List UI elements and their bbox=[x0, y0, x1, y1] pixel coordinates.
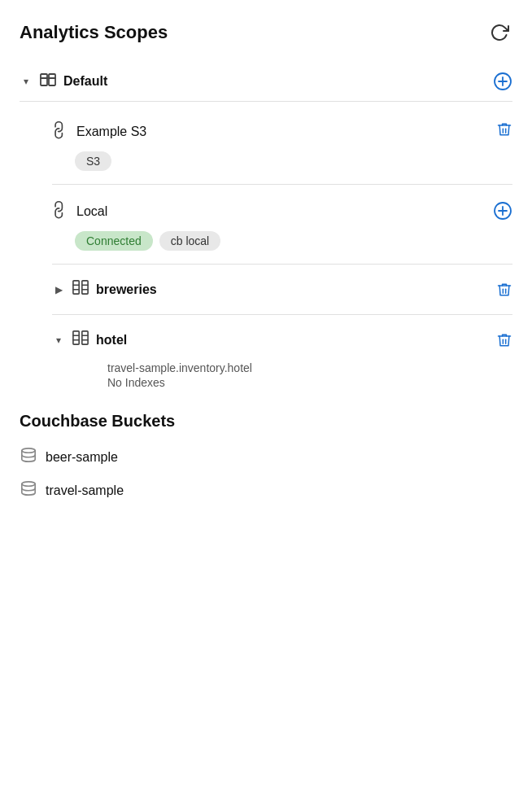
bucket-row-travel-sample: travel-sample bbox=[20, 474, 512, 507]
bucket-name-travel-sample: travel-sample bbox=[46, 483, 124, 498]
svg-rect-0 bbox=[41, 74, 47, 85]
cb-local-badge: cb local bbox=[159, 231, 220, 251]
local-add-button[interactable] bbox=[493, 201, 512, 221]
link-icon bbox=[47, 119, 73, 145]
hotel-collection-icon bbox=[72, 330, 89, 350]
s3-divider bbox=[52, 184, 512, 185]
scope-db-icon bbox=[39, 72, 57, 90]
refresh-button[interactable] bbox=[486, 20, 512, 46]
example-s3-badges: S3 bbox=[52, 148, 512, 181]
page-title: Analytics Scopes bbox=[20, 22, 168, 43]
example-s3-row: Example S3 bbox=[52, 108, 512, 148]
hotel-no-indexes: No Indexes bbox=[107, 376, 512, 389]
scope-label: Default bbox=[63, 74, 107, 89]
local-badges: Connected cb local bbox=[52, 228, 512, 260]
default-scope-section: ▾ Default bbox=[20, 65, 512, 102]
couchbase-buckets-section: Couchbase Buckets beer-sample travel-sam… bbox=[20, 412, 512, 507]
local-link-icon bbox=[47, 199, 73, 225]
buckets-title: Couchbase Buckets bbox=[20, 412, 512, 431]
breweries-chevron-icon[interactable]: ▶ bbox=[52, 284, 65, 295]
connected-badge: Connected bbox=[75, 231, 153, 251]
breweries-section: ▶ breweries bbox=[20, 268, 512, 315]
breweries-delete-button[interactable] bbox=[496, 282, 512, 298]
hotel-row: ▾ hotel bbox=[52, 318, 512, 361]
scope-chevron-icon[interactable]: ▾ bbox=[20, 76, 33, 87]
svg-rect-16 bbox=[73, 331, 79, 344]
breweries-collection-icon bbox=[72, 279, 89, 300]
breweries-left: ▶ breweries bbox=[52, 279, 157, 300]
scope-header-left: ▾ Default bbox=[20, 72, 107, 90]
hotel-path: travel-sample.inventory.hotel bbox=[107, 361, 512, 374]
local-section: Local Connected cb local bbox=[20, 188, 512, 265]
hotel-details: travel-sample.inventory.hotel No Indexes bbox=[52, 361, 512, 399]
scope-add-button[interactable] bbox=[493, 72, 512, 91]
hotel-name: hotel bbox=[96, 333, 127, 348]
svg-rect-11 bbox=[82, 281, 88, 294]
example-s3-name: Example S3 bbox=[76, 125, 146, 139]
local-datasource-left: Local bbox=[52, 201, 107, 221]
s3-badge: S3 bbox=[75, 151, 111, 171]
refresh-icon bbox=[490, 23, 509, 42]
scope-divider bbox=[20, 101, 512, 102]
local-name: Local bbox=[76, 204, 107, 219]
bucket-icon-beer bbox=[20, 447, 37, 467]
local-divider bbox=[52, 264, 512, 265]
hotel-left: ▾ hotel bbox=[52, 330, 127, 350]
example-s3-delete-button[interactable] bbox=[496, 121, 512, 138]
datasource-left: Example S3 bbox=[52, 121, 146, 142]
svg-rect-1 bbox=[49, 74, 55, 85]
analytics-scopes-panel: Analytics Scopes ▾ bbox=[0, 0, 532, 533]
breweries-name: breweries bbox=[96, 282, 157, 297]
svg-point-23 bbox=[22, 482, 35, 486]
bucket-icon-travel bbox=[20, 480, 37, 501]
page-header: Analytics Scopes bbox=[20, 20, 512, 46]
hotel-chevron-icon[interactable]: ▾ bbox=[52, 335, 65, 346]
hotel-delete-button[interactable] bbox=[496, 332, 512, 348]
breweries-divider bbox=[52, 314, 512, 315]
breweries-row: ▶ breweries bbox=[52, 268, 512, 311]
hotel-section: ▾ hotel bbox=[20, 318, 512, 399]
svg-rect-10 bbox=[73, 281, 79, 294]
bucket-row-beer-sample: beer-sample bbox=[20, 440, 512, 474]
bucket-name-beer-sample: beer-sample bbox=[46, 450, 118, 465]
svg-point-22 bbox=[22, 448, 35, 453]
scope-header-row: ▾ Default bbox=[20, 65, 512, 98]
local-row: Local bbox=[52, 188, 512, 228]
svg-rect-17 bbox=[82, 331, 88, 344]
example-s3-section: Example S3 S3 bbox=[20, 108, 512, 185]
